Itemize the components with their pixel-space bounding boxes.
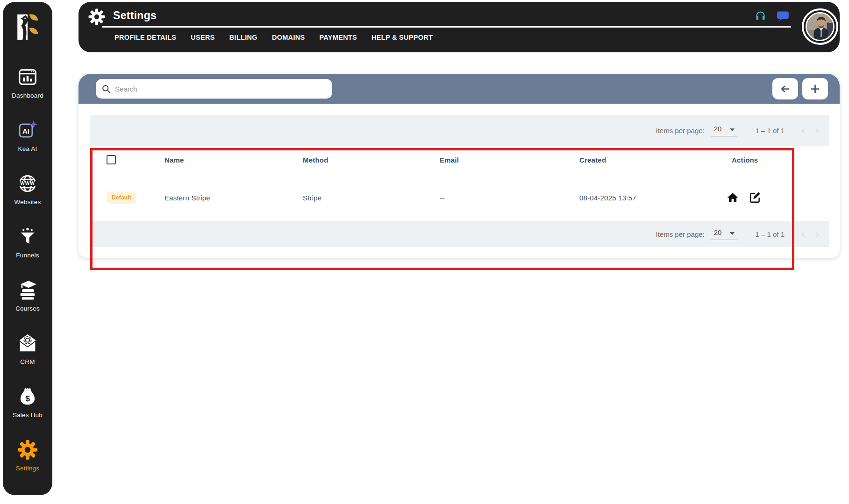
cell-created: 08-04-2025 13:57 [579, 194, 715, 202]
toolbar [78, 74, 840, 104]
chat-bubble-icon [777, 10, 789, 22]
chevron-down-icon [730, 128, 735, 131]
tab-domains[interactable]: DOMAINS [272, 34, 305, 41]
headset-icon [754, 10, 767, 22]
globe-www-icon: WWW [17, 171, 38, 196]
sidebar-item-label: Settings [16, 465, 39, 472]
cell-name: Eastern Stripe [164, 194, 303, 202]
courses-icon [17, 278, 38, 302]
page-title: Settings [113, 9, 157, 22]
sidebar-item-label: Websites [14, 199, 41, 206]
support-headset-button[interactable] [753, 9, 767, 23]
svg-text:WWW: WWW [20, 181, 35, 186]
chevron-down-icon [730, 232, 735, 235]
page-size-select[interactable]: 20 [711, 125, 738, 136]
tab-users[interactable]: USERS [191, 34, 214, 41]
sidebar-item-label: Courses [15, 305, 40, 312]
svg-text:$: $ [25, 393, 30, 403]
plus-icon [809, 83, 821, 95]
select-all-checkbox[interactable] [107, 155, 116, 164]
tab-profile-details[interactable]: PROFILE DETAILS [114, 34, 176, 41]
page-size-value: 20 [714, 228, 722, 236]
sidebar-item-label: Kea AI [18, 145, 37, 152]
column-header-actions: Actions [715, 156, 829, 164]
sidebar-item-sales-hub[interactable]: $ Sales Hub [3, 375, 52, 428]
chat-button[interactable] [776, 9, 790, 23]
prev-page-button[interactable]: ‹ [801, 228, 805, 240]
sidebar-item-label: Funnels [16, 252, 39, 259]
payments-panel: Items per page: 20 1 – 1 of 1 ‹ › Name M… [78, 74, 840, 258]
home-icon [727, 192, 739, 204]
svg-text:AI: AI [22, 127, 29, 135]
prev-page-button[interactable]: ‹ [801, 125, 805, 136]
sidebar-item-crm[interactable]: CRM [3, 321, 52, 375]
search-box [96, 79, 332, 99]
sidebar-item-kea-ai[interactable]: AI Kea AI [3, 108, 52, 162]
avatar-photo [806, 12, 835, 41]
page-size-select[interactable]: 20 [711, 228, 738, 240]
column-header-method[interactable]: Method [303, 156, 440, 164]
next-page-button[interactable]: › [815, 228, 819, 240]
sidebar-item-label: Dashboard [12, 92, 43, 99]
paginator-top: Items per page: 20 1 – 1 of 1 ‹ › [90, 115, 829, 146]
column-header-email[interactable]: Email [440, 156, 579, 164]
range-label: 1 – 1 of 1 [755, 127, 785, 135]
add-payment-button[interactable] [802, 78, 828, 99]
edit-button[interactable] [749, 191, 762, 204]
tab-help-support[interactable]: HELP & SUPPORT [371, 34, 433, 41]
sidebar-item-settings[interactable]: Settings [3, 428, 52, 481]
page-size-value: 20 [714, 125, 722, 133]
gear-icon [17, 438, 38, 462]
sidebar-item-label: CRM [20, 358, 35, 365]
set-default-home-button[interactable] [726, 191, 739, 204]
paginator-bottom: Items per page: 20 1 – 1 of 1 ‹ › [90, 221, 829, 247]
column-header-created[interactable]: Created [579, 156, 715, 164]
dashboard-icon [17, 65, 38, 89]
sidebar-item-websites[interactable]: WWW Websites [3, 162, 52, 215]
cell-email: -- [440, 194, 579, 202]
search-icon [101, 84, 111, 93]
tab-billing[interactable]: BILLING [229, 34, 257, 41]
arrow-left-icon [779, 83, 791, 95]
sidebar-item-label: Sales Hub [13, 412, 43, 419]
search-input[interactable] [115, 85, 327, 93]
tab-payments[interactable]: PAYMENTS [319, 34, 357, 41]
title-underline [102, 26, 791, 28]
items-per-page-label: Items per page: [656, 230, 705, 238]
range-label: 1 – 1 of 1 [755, 230, 785, 238]
back-button[interactable] [772, 78, 798, 99]
default-badge: Default [107, 192, 136, 204]
user-avatar[interactable] [802, 8, 838, 45]
cell-method: Stripe [303, 194, 440, 202]
app-logo[interactable] [14, 12, 41, 55]
settings-gear-icon [88, 8, 106, 28]
sidebar-item-courses[interactable]: Courses [3, 268, 52, 321]
settings-tabs: PROFILE DETAILS USERS BILLING DOMAINS PA… [114, 34, 433, 41]
crm-icon [17, 331, 38, 355]
next-page-button[interactable]: › [815, 125, 819, 136]
kea-ai-icon: AI [16, 118, 39, 142]
edit-icon [749, 192, 761, 204]
table-header-row: Name Method Email Created Actions [90, 146, 829, 174]
money-bag-icon: $ [17, 384, 38, 409]
sidebar: Dashboard AI Kea AI WWW Websites [3, 2, 52, 495]
header: Settings PROFILE DETAILS USERS BILLING D… [78, 2, 840, 52]
table-row[interactable]: Default Eastern Stripe Stripe -- 08-04-2… [90, 174, 829, 221]
items-per-page-label: Items per page: [656, 127, 705, 135]
kea-logo-icon [14, 12, 41, 42]
column-header-name[interactable]: Name [164, 156, 303, 164]
sidebar-item-funnels[interactable]: Funnels [3, 215, 52, 268]
funnel-icon [17, 225, 38, 249]
sidebar-item-dashboard[interactable]: Dashboard [3, 55, 52, 108]
